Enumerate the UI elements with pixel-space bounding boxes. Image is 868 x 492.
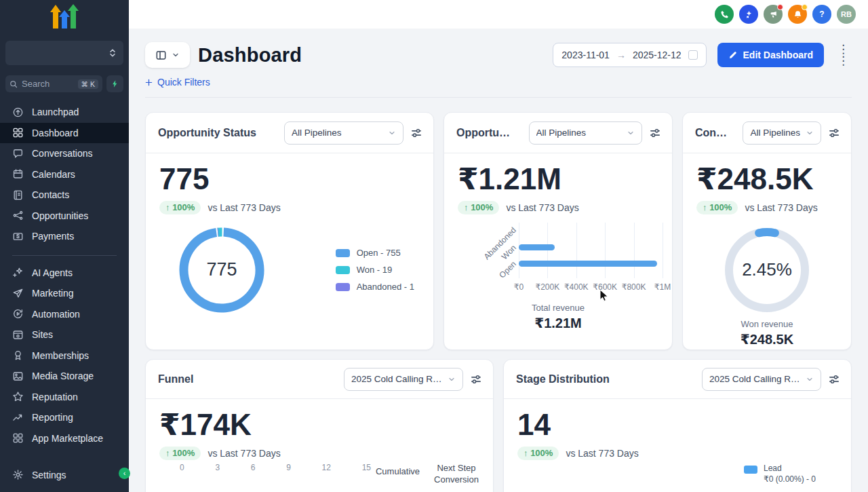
sidebar-item-automation[interactable]: Automation xyxy=(0,304,129,325)
account-selector[interactable] xyxy=(5,41,123,65)
sidebar-item-ai-agents[interactable]: AI Agents xyxy=(0,263,129,284)
sidebar-item-label: Calendars xyxy=(32,169,75,180)
date-range-picker[interactable]: 2023-11-01 → 2025-12-12 xyxy=(553,43,706,67)
quick-actions-button[interactable] xyxy=(106,75,123,92)
contacts-icon xyxy=(12,189,24,201)
stat-value: ₹248.5K xyxy=(696,163,837,195)
stat-value: 14 xyxy=(517,409,837,441)
ai-agents-icon xyxy=(12,267,24,278)
sidebar-item-sites[interactable]: Sites xyxy=(0,324,129,345)
chevron-down-icon xyxy=(627,129,635,137)
affiliate-badge-icon xyxy=(744,10,754,20)
phone-button[interactable] xyxy=(715,5,734,24)
help-icon: ? xyxy=(819,10,824,19)
reputation-icon xyxy=(12,391,24,402)
sidebar-item-label: Media Storage xyxy=(32,371,94,381)
funnel-chart-axis: 03691215 Cumulative Next Step Conversion xyxy=(159,463,482,486)
donut-center-value: 775 xyxy=(174,223,269,318)
legend-item-open[interactable]: Open - 755 xyxy=(336,248,414,258)
bar-won xyxy=(519,244,555,251)
funnel-column-header: Next Step Conversion xyxy=(431,463,482,486)
comparison-label: vs Last 773 Days xyxy=(208,448,280,459)
gridline xyxy=(519,223,519,278)
sidebar-item-label: Payments xyxy=(32,231,74,242)
edit-dashboard-button[interactable]: Edit Dashboard xyxy=(717,43,824,67)
highlevel-logo xyxy=(48,4,81,31)
sidebar-item-label: Memberships xyxy=(32,350,89,361)
change-badge: ↑ 100% xyxy=(517,447,559,460)
sidebar-item-reporting[interactable]: Reporting xyxy=(0,407,129,428)
announcements-button[interactable] xyxy=(764,5,783,24)
legend-label: Won - 19 xyxy=(357,265,393,275)
sidebar-item-opportunities[interactable]: Opportunities xyxy=(0,206,129,227)
funnel-axis-tick: 9 xyxy=(286,463,291,486)
notification-badge xyxy=(802,4,808,10)
chevron-down-icon xyxy=(448,375,456,383)
sidebar-item-dashboard[interactable]: Dashboard xyxy=(0,123,129,144)
widget-filter-icon[interactable] xyxy=(828,127,840,139)
sidebar-item-label: Sites xyxy=(32,329,53,340)
notifications-button[interactable] xyxy=(788,5,807,24)
sidebar-item-label: Settings xyxy=(32,470,66,480)
card-title: Funnel xyxy=(158,373,193,385)
widget-filter-icon[interactable] xyxy=(410,127,422,139)
pipeline-select[interactable]: All Pipelines xyxy=(284,121,403,145)
change-badge: ↑ 100% xyxy=(458,201,499,214)
change-badge: ↑ 100% xyxy=(159,201,201,214)
affiliate-badge-button[interactable] xyxy=(739,5,758,24)
gridline xyxy=(576,223,577,278)
sidebar-item-calendars[interactable]: Calendars xyxy=(0,164,129,185)
widget-filter-icon[interactable] xyxy=(470,373,482,385)
sidebar-item-payments[interactable]: Payments xyxy=(0,226,129,247)
x-axis-tick: ₹1M xyxy=(644,282,673,292)
sidebar-item-app-marketplace[interactable]: App Marketplace xyxy=(0,428,129,449)
arrow-right-icon: → xyxy=(616,50,626,60)
search-input[interactable]: Search ⌘ K xyxy=(5,75,102,92)
comparison-label: vs Last 773 Days xyxy=(208,202,280,213)
pipeline-select[interactable]: 2025 Cold Calling Realt... xyxy=(702,368,821,391)
sidebar-item-marketing[interactable]: Marketing xyxy=(0,283,129,304)
memberships-icon xyxy=(12,349,24,361)
sidebar-item-memberships[interactable]: Memberships xyxy=(0,345,129,366)
opportunity-card: Opportunity All Pipelines ₹1.21M ↑ 100% … xyxy=(443,112,673,350)
user-avatar[interactable]: RB xyxy=(837,5,856,24)
sidebar-collapse-button[interactable]: ‹ xyxy=(119,468,130,479)
legend-item-won[interactable]: Won - 19 xyxy=(336,265,414,275)
sidebar-item-launchpad[interactable]: Launchpad xyxy=(0,102,129,123)
automation-icon xyxy=(12,308,24,320)
opportunities-icon xyxy=(12,210,24,221)
dashboard-switcher-button[interactable] xyxy=(145,42,190,68)
search-icon xyxy=(9,80,18,88)
sidebar-item-media-storage[interactable]: Media Storage xyxy=(0,366,129,387)
stat-value: 775 xyxy=(159,163,420,195)
funnel-axis-tick: 15 xyxy=(362,463,371,486)
help-button[interactable]: ? xyxy=(812,5,831,24)
funnel-axis-tick: 0 xyxy=(180,463,184,486)
app-marketplace-icon xyxy=(12,432,24,444)
date-to: 2025-12-12 xyxy=(633,50,682,60)
sidebar-item-contacts[interactable]: Contacts xyxy=(0,185,129,206)
more-options-button[interactable]: ⋮⋮ xyxy=(835,42,852,68)
widget-filter-icon[interactable] xyxy=(828,373,840,385)
sidebar-item-settings[interactable]: Settings xyxy=(0,465,129,486)
card-title: Stage Distribution xyxy=(516,373,610,385)
sidebar-item-reputation[interactable]: Reputation xyxy=(0,387,129,408)
header-divider xyxy=(145,97,852,98)
pipeline-select[interactable]: All Pipelines xyxy=(743,121,821,145)
opportunity-status-card: Opportunity Status All Pipelines 775 ↑ 1… xyxy=(145,112,434,350)
widget-filter-icon[interactable] xyxy=(649,127,661,139)
stat-value: ₹174K xyxy=(159,409,479,441)
sidebar-item-conversations[interactable]: Conversations xyxy=(0,143,129,164)
quick-filters-button[interactable]: Quick Filters xyxy=(145,77,210,88)
sidebar-item-label: Marketing xyxy=(32,288,73,299)
legend-item-abandoned[interactable]: Abandoned - 1 xyxy=(336,282,414,292)
stage-legend-item[interactable]: Lead ₹0 (0.00%) - 0 xyxy=(744,463,816,484)
funnel-axis-tick: 3 xyxy=(215,463,220,486)
chevron-down-icon xyxy=(388,129,396,137)
change-badge: ↑ 100% xyxy=(159,447,201,460)
reporting-icon xyxy=(12,412,24,423)
pencil-icon xyxy=(728,50,738,60)
pipeline-select[interactable]: 2025 Cold Calling Realt... xyxy=(344,368,463,391)
sidebar-item-label: Reporting xyxy=(32,412,73,423)
pipeline-select[interactable]: All Pipelines xyxy=(529,121,643,145)
